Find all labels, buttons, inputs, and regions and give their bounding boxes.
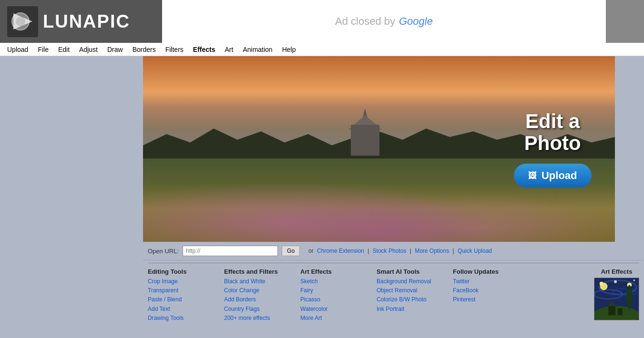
link-twitter[interactable]: Twitter xyxy=(453,277,520,286)
pipe2: | xyxy=(410,248,411,254)
link-add-text[interactable]: Add Text xyxy=(148,305,215,314)
link-facebook[interactable]: FaceBook xyxy=(453,286,520,295)
link-sketch[interactable]: Sketch xyxy=(300,277,367,286)
art-effects-thumbnail: Art Effects xyxy=(594,268,639,323)
hero-banner: Edit a Photo 🖼 Upload xyxy=(143,56,615,242)
nav-filters[interactable]: Filters xyxy=(161,44,188,55)
header-right-filler xyxy=(606,0,644,43)
link-country-flags[interactable]: Country Flags xyxy=(224,305,291,314)
go-button[interactable]: Go xyxy=(282,246,300,256)
svg-rect-13 xyxy=(608,306,615,316)
link-transparent[interactable]: Transparent xyxy=(148,286,215,295)
main-content: Edit a Photo 🖼 Upload Open URL: Go or Ch… xyxy=(0,56,644,328)
pipe1: | xyxy=(368,248,369,254)
church-body xyxy=(351,125,379,156)
url-bar: Open URL: Go or Chrome Extension | Stock… xyxy=(143,242,644,260)
footer-links: Editing Tools Crop Image Transparent Pas… xyxy=(143,266,644,328)
divider xyxy=(148,263,639,263)
navbar: Upload File Edit Adjust Draw Borders Fil… xyxy=(0,43,644,56)
nav-edit[interactable]: Edit xyxy=(53,44,74,55)
art-effects-thumb-title: Art Effects xyxy=(594,268,639,275)
chrome-extension-link[interactable]: Chrome Extension xyxy=(317,248,364,254)
nav-upload[interactable]: Upload xyxy=(2,44,33,55)
link-crop-image[interactable]: Crop Image xyxy=(148,277,215,286)
url-input[interactable] xyxy=(183,246,278,256)
logo-icon xyxy=(7,6,38,37)
link-color-change[interactable]: Color Change xyxy=(224,286,291,295)
nav-animation[interactable]: Animation xyxy=(238,44,277,55)
nav-art[interactable]: Art xyxy=(220,44,238,55)
open-url-label: Open URL: xyxy=(148,248,179,255)
ad-closed-label: Ad closed by xyxy=(335,15,395,28)
center-content: Edit a Photo 🖼 Upload Open URL: Go or Ch… xyxy=(143,56,644,328)
pipe3: | xyxy=(453,248,454,254)
svg-point-8 xyxy=(614,280,617,283)
ad-banner: Ad closed by Google xyxy=(162,0,606,43)
link-colorize[interactable]: Colorize B/W Photo xyxy=(377,295,443,304)
link-bw[interactable]: Black and White xyxy=(224,277,291,286)
quick-upload-link[interactable]: Quick Upload xyxy=(458,248,492,254)
nav-help[interactable]: Help xyxy=(277,44,301,55)
upload-btn-label: Upload xyxy=(542,169,577,182)
nav-adjust[interactable]: Adjust xyxy=(74,44,102,55)
google-logo-text: Google xyxy=(399,15,433,28)
url-extras: or Chrome Extension | Stock Photos | Mor… xyxy=(308,248,492,254)
more-options-link[interactable]: More Options xyxy=(415,248,449,254)
link-obj-removal[interactable]: Object Removal xyxy=(377,286,443,295)
ad-closed-text: Ad closed by Google xyxy=(335,15,433,28)
link-add-borders[interactable]: Add Borders xyxy=(224,295,291,304)
starry-night-image xyxy=(594,278,639,320)
left-panel xyxy=(0,56,143,328)
footer-col-art: Art Effects Sketch Fairy Picasso Waterco… xyxy=(300,268,367,323)
upload-icon: 🖼 xyxy=(528,171,537,181)
footer-col-ai: Smart AI Tools Background Removal Object… xyxy=(377,268,443,323)
nav-borders[interactable]: Borders xyxy=(128,44,161,55)
footer-col-art-title: Art Effects xyxy=(300,268,367,275)
church xyxy=(346,108,384,156)
stock-photos-link[interactable]: Stock Photos xyxy=(373,248,407,254)
header: LUNAPIC Ad closed by Google xyxy=(0,0,644,43)
logo-area: LUNAPIC xyxy=(0,0,162,43)
link-fairy[interactable]: Fairy xyxy=(300,286,367,295)
svg-point-11 xyxy=(600,283,608,290)
footer-col-editing-title: Editing Tools xyxy=(148,268,215,275)
link-watercolor[interactable]: Watercolor xyxy=(300,305,367,314)
link-more-art[interactable]: More Art xyxy=(300,314,367,323)
footer-col-social-title: Follow Updates xyxy=(453,268,520,275)
logo-text: LUNAPIC xyxy=(43,11,130,32)
link-drawing-tools[interactable]: Drawing Tools xyxy=(148,314,215,323)
link-more-effects[interactable]: 200+ more effects xyxy=(224,314,291,323)
svg-rect-15 xyxy=(618,308,623,316)
footer-col-ai-title: Smart AI Tools xyxy=(377,268,443,275)
edit-photo-title: Edit a Photo xyxy=(514,110,592,154)
nav-draw[interactable]: Draw xyxy=(102,44,128,55)
nav-effects[interactable]: Effects xyxy=(188,44,220,55)
hero-upload-button[interactable]: 🖼 Upload xyxy=(514,164,592,188)
link-paste-blend[interactable]: Paste / Blend xyxy=(148,295,215,304)
link-bg-removal[interactable]: Background Removal xyxy=(377,277,443,286)
footer-col-social: Follow Updates Twitter FaceBook Pinteres… xyxy=(453,268,520,323)
link-pinterest[interactable]: Pinterest xyxy=(453,295,520,304)
link-ink-portrait[interactable]: Ink Portrait xyxy=(377,305,443,314)
svg-point-17 xyxy=(627,285,633,308)
footer-col-effects: Effects and Filters Black and White Colo… xyxy=(224,268,291,323)
footer-col-effects-title: Effects and Filters xyxy=(224,268,291,275)
nav-file[interactable]: File xyxy=(33,44,53,55)
svg-point-10 xyxy=(633,279,635,281)
hero-overlay: Edit a Photo 🖼 Upload xyxy=(514,110,592,188)
or-label: or xyxy=(308,248,314,254)
footer-col-editing: Editing Tools Crop Image Transparent Pas… xyxy=(148,268,215,323)
link-picasso[interactable]: Picasso xyxy=(300,295,367,304)
